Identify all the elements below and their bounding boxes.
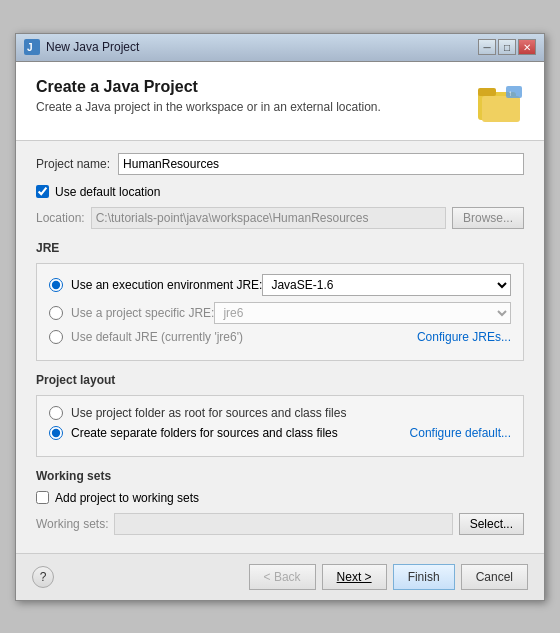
jre-option1-left: Use an execution environment JRE:	[49, 278, 262, 292]
working-sets-label: Working sets:	[36, 517, 108, 531]
page-title: Create a Java Project	[36, 78, 381, 96]
project-layout-section: Use project folder as root for sources a…	[36, 395, 524, 457]
jre-env-select[interactable]: JavaSE-1.6 JavaSE-1.7 JavaSE-1.8	[262, 274, 511, 296]
configure-jres-link[interactable]: Configure JREs...	[417, 330, 511, 344]
help-button[interactable]: ?	[32, 566, 54, 588]
layout-option2-label: Create separate folders for sources and …	[71, 426, 338, 440]
jre-section-title: JRE	[36, 241, 524, 255]
maximize-button[interactable]: □	[498, 39, 516, 55]
jre-option1-radio[interactable]	[49, 278, 63, 292]
jre-option3-radio[interactable]	[49, 330, 63, 344]
add-working-sets-label: Add project to working sets	[55, 491, 199, 505]
use-default-location-checkbox[interactable]	[36, 185, 49, 198]
folder-icon: ↑	[476, 78, 524, 126]
close-button[interactable]: ✕	[518, 39, 536, 55]
header-section: Create a Java Project Create a Java proj…	[16, 62, 544, 141]
titlebar: J New Java Project ─ □ ✕	[16, 34, 544, 62]
footer: ? < Back Next > Finish Cancel	[16, 553, 544, 600]
add-working-sets-row: Add project to working sets	[36, 491, 524, 505]
working-sets-title: Working sets	[36, 469, 524, 483]
jre-option2-radio[interactable]	[49, 306, 63, 320]
window-title: New Java Project	[46, 40, 139, 54]
page-subtitle: Create a Java project in the workspace o…	[36, 100, 381, 114]
main-window: J New Java Project ─ □ ✕ Create a Java P…	[15, 33, 545, 601]
browse-button[interactable]: Browse...	[452, 207, 524, 229]
layout-option2-left: Create separate folders for sources and …	[49, 426, 338, 440]
jre-option3-row: Use default JRE (currently 'jre6') Confi…	[49, 330, 511, 344]
location-label: Location:	[36, 211, 85, 225]
titlebar-left: J New Java Project	[24, 39, 139, 55]
titlebar-buttons: ─ □ ✕	[478, 39, 536, 55]
location-row: Location: Browse...	[36, 207, 524, 229]
location-input	[91, 207, 446, 229]
jre-section: Use an execution environment JRE: JavaSE…	[36, 263, 524, 361]
layout-option1-label: Use project folder as root for sources a…	[71, 406, 346, 420]
project-layout-title: Project layout	[36, 373, 524, 387]
project-name-label: Project name:	[36, 157, 110, 171]
project-name-input[interactable]	[118, 153, 524, 175]
layout-option1-row: Use project folder as root for sources a…	[49, 406, 511, 420]
jre-option3-left: Use default JRE (currently 'jre6')	[49, 330, 243, 344]
layout-option2-row: Create separate folders for sources and …	[49, 426, 511, 440]
layout-option2-radio[interactable]	[49, 426, 63, 440]
back-button[interactable]: < Back	[249, 564, 316, 590]
working-sets-input	[114, 513, 452, 535]
project-name-row: Project name:	[36, 153, 524, 175]
content-area: Project name: Use default location Locat…	[16, 141, 544, 553]
jre-specific-select[interactable]: jre6 jre7	[214, 302, 511, 324]
minimize-button[interactable]: ─	[478, 39, 496, 55]
svg-text:↑: ↑	[508, 89, 512, 98]
footer-right: < Back Next > Finish Cancel	[249, 564, 528, 590]
jre-option2-row: Use a project specific JRE: jre6 jre7	[49, 302, 511, 324]
jre-option2-left: Use a project specific JRE:	[49, 306, 214, 320]
svg-rect-4	[482, 96, 520, 122]
svg-rect-3	[478, 88, 496, 96]
jre-option1-label: Use an execution environment JRE:	[71, 278, 262, 292]
configure-default-link[interactable]: Configure default...	[410, 426, 511, 440]
jre-option2-label: Use a project specific JRE:	[71, 306, 214, 320]
header-text: Create a Java Project Create a Java proj…	[36, 78, 381, 114]
jre-option1-row: Use an execution environment JRE: JavaSE…	[49, 274, 511, 296]
finish-button[interactable]: Finish	[393, 564, 455, 590]
next-button[interactable]: Next >	[322, 564, 387, 590]
working-sets-input-row: Working sets: Select...	[36, 513, 524, 535]
java-icon: J	[24, 39, 40, 55]
add-working-sets-checkbox[interactable]	[36, 491, 49, 504]
select-button[interactable]: Select...	[459, 513, 524, 535]
use-default-location-label: Use default location	[55, 185, 160, 199]
layout-option1-radio[interactable]	[49, 406, 63, 420]
svg-text:J: J	[27, 42, 33, 53]
footer-left: ?	[32, 566, 54, 588]
cancel-button[interactable]: Cancel	[461, 564, 528, 590]
default-location-row: Use default location	[36, 185, 524, 199]
working-sets-section: Add project to working sets Working sets…	[36, 491, 524, 535]
jre-option3-label: Use default JRE (currently 'jre6')	[71, 330, 243, 344]
